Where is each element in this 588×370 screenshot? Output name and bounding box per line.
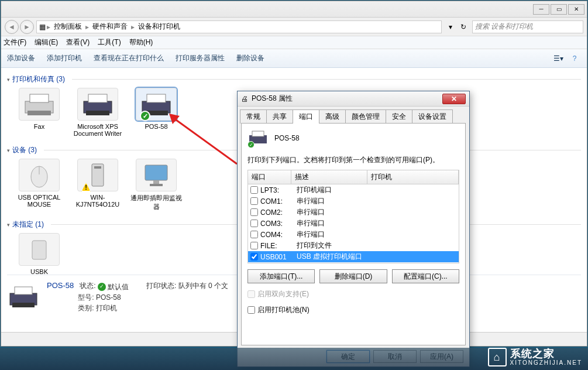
device-pos58[interactable]: ✓ POS-58 xyxy=(130,88,183,137)
minimize-button[interactable]: ─ xyxy=(533,4,549,15)
port-row[interactable]: COM3:串行端口 xyxy=(248,218,459,229)
port-row[interactable]: XPSPort本地端口Microsoft XPS Document W xyxy=(248,262,459,264)
device-icon xyxy=(27,236,51,263)
properties-dialog: 🖨 POS-58 属性 ✕ 常规 共享 端口 高级 颜色管理 安全 设备设置 ✓… xyxy=(237,91,470,367)
detail-title: POS-58 xyxy=(47,281,74,290)
check-icon: ✓ xyxy=(247,141,255,148)
refresh-button[interactable]: ↻ xyxy=(457,20,470,33)
port-checkbox[interactable] xyxy=(250,186,258,194)
device-unspecified[interactable]: USBK xyxy=(13,233,66,275)
port-checkbox[interactable] xyxy=(250,231,258,238)
tab-ports[interactable]: 端口 xyxy=(293,109,319,124)
dialog-title: POS-58 属性 xyxy=(252,94,293,104)
collapse-icon: ▾ xyxy=(7,222,10,228)
window-controls: ─ ▭ ✕ xyxy=(533,4,584,15)
port-row[interactable]: COM2:串行端口 xyxy=(248,207,459,218)
header-port[interactable]: 端口 xyxy=(248,170,291,184)
close-button[interactable]: ✕ xyxy=(568,4,584,15)
watermark: ⌂ 系统之家 XITONGZHIJIA.NET xyxy=(488,348,583,366)
header-desc[interactable]: 描述 xyxy=(291,170,367,184)
svg-rect-16 xyxy=(32,241,46,259)
tab-general[interactable]: 常规 xyxy=(240,109,267,124)
fax-icon xyxy=(22,91,57,118)
tab-color[interactable]: 颜色管理 xyxy=(345,109,386,124)
printer-icon xyxy=(7,284,40,310)
port-checkbox[interactable] xyxy=(250,242,258,249)
device-computer[interactable]: ! WIN-KJ7NT54O12U xyxy=(71,159,124,211)
control-panel-icon: ▦ xyxy=(39,23,46,31)
computer-icon xyxy=(86,162,109,189)
port-checkbox[interactable] xyxy=(250,208,258,216)
tab-panel-ports: ✓ POS-58 打印到下列端口。文档将打印到第一个检查到的可用端口(P)。 端… xyxy=(241,123,466,345)
tab-security[interactable]: 安全 xyxy=(386,109,412,124)
header-printer[interactable]: 打印机 xyxy=(367,170,459,184)
check-icon: ✓ xyxy=(98,283,106,291)
device-fax[interactable]: Fax xyxy=(13,88,66,137)
toolbar: 添加设备 添加打印机 查看现在正在打印什么 打印服务器属性 删除设备 ☰▾ ? xyxy=(1,49,587,68)
collapse-icon: ▾ xyxy=(7,148,10,153)
breadcrumb-dropdown[interactable]: ▾ xyxy=(444,20,457,33)
menu-edit[interactable]: 编辑(E) xyxy=(35,37,58,47)
ports-table: 端口 描述 打印机 LPT3:打印机端口COM1:串行端口COM2:串行端口CO… xyxy=(247,170,459,263)
menu-view[interactable]: 查看(V) xyxy=(66,37,90,47)
svg-rect-1 xyxy=(30,94,49,102)
see-printing-button[interactable]: 查看现在正在打印什么 xyxy=(94,53,164,63)
port-checkbox[interactable] xyxy=(250,220,258,227)
delete-port-button[interactable]: 删除端口(D) xyxy=(319,269,387,283)
monitor-icon xyxy=(142,162,171,189)
breadcrumb-item[interactable]: 控制面板 xyxy=(51,22,84,32)
device-xps[interactable]: Microsoft XPS Document Writer xyxy=(71,88,124,137)
svg-rect-14 xyxy=(153,180,159,184)
svg-rect-19 xyxy=(12,303,35,307)
port-row[interactable]: FILE:打印到文件 xyxy=(248,240,459,251)
print-server-button[interactable]: 打印服务器属性 xyxy=(176,53,225,63)
bidi-checkbox-row: 启用双向支持(E) xyxy=(247,289,459,299)
tabstrip: 常规 共享 端口 高级 颜色管理 安全 设备设置 xyxy=(238,109,469,123)
tab-advanced[interactable]: 高级 xyxy=(319,109,346,124)
port-checkbox[interactable] xyxy=(250,197,258,205)
breadcrumb[interactable]: ▦ ▸ 控制面板 ▸ 硬件和声音 ▸ 设备和打印机 xyxy=(36,20,442,33)
maximize-button[interactable]: ▭ xyxy=(551,4,567,15)
pool-checkbox-row[interactable]: 启用打印机池(N) xyxy=(247,305,459,315)
port-row[interactable]: COM4:串行端口 xyxy=(248,229,459,240)
help-icon[interactable]: ? xyxy=(568,52,581,65)
device-mouse[interactable]: USB OPTICAL MOUSE xyxy=(13,159,66,211)
menu-help[interactable]: 帮助(H) xyxy=(129,37,153,47)
add-device-button[interactable]: 添加设备 xyxy=(7,53,35,63)
breadcrumb-item[interactable]: 硬件和声音 xyxy=(90,22,130,32)
view-options-icon[interactable]: ☰▾ xyxy=(552,52,565,65)
search-input[interactable]: 搜索 设备和打印机 xyxy=(472,20,583,33)
section-printers[interactable]: ▾ 打印机和传真 (3) xyxy=(7,74,581,84)
forward-button[interactable]: ► xyxy=(20,20,34,34)
bidi-checkbox xyxy=(247,290,255,298)
dialog-titlebar[interactable]: 🖨 POS-58 属性 ✕ xyxy=(238,91,469,107)
svg-rect-12 xyxy=(94,166,101,169)
ports-description: 打印到下列端口。文档将打印到第一个检查到的可用端口(P)。 xyxy=(247,155,459,165)
tab-device[interactable]: 设备设置 xyxy=(412,109,453,124)
port-row[interactable]: USB001USB 虚拟打印机端口 xyxy=(248,251,459,262)
port-row[interactable]: COM1:串行端口 xyxy=(248,196,459,207)
configure-port-button[interactable]: 配置端口(C)... xyxy=(392,269,459,283)
dialog-close-button[interactable]: ✕ xyxy=(442,94,466,104)
remove-device-button[interactable]: 删除设备 xyxy=(236,53,264,63)
svg-rect-5 xyxy=(86,111,109,115)
address-bar: ◄ ► ▦ ▸ 控制面板 ▸ 硬件和声音 ▸ 设备和打印机 ▾ ↻ 搜索 设备和… xyxy=(1,18,587,36)
menubar: 文件(F) 编辑(E) 查看(V) 工具(T) 帮助(H) xyxy=(1,36,587,49)
svg-rect-7 xyxy=(147,94,166,102)
menu-tools[interactable]: 工具(T) xyxy=(98,37,121,47)
svg-rect-2 xyxy=(27,111,51,115)
port-checkbox[interactable] xyxy=(250,253,258,261)
svg-rect-18 xyxy=(15,287,32,294)
mouse-icon xyxy=(27,162,51,189)
menu-file[interactable]: 文件(F) xyxy=(4,37,26,47)
breadcrumb-item[interactable]: 设备和打印机 xyxy=(136,22,183,32)
add-printer-button[interactable]: 添加打印机 xyxy=(47,53,82,63)
back-button[interactable]: ◄ xyxy=(5,20,19,34)
dialog-printer-name: POS-58 xyxy=(274,134,300,142)
tab-sharing[interactable]: 共享 xyxy=(266,109,293,124)
add-port-button[interactable]: 添加端口(T)... xyxy=(247,269,315,283)
pool-checkbox[interactable] xyxy=(247,306,255,314)
device-monitor[interactable]: 通用即插即用监视器 xyxy=(130,159,183,211)
port-row[interactable]: LPT3:打印机端口 xyxy=(248,184,459,196)
svg-rect-4 xyxy=(88,94,107,102)
